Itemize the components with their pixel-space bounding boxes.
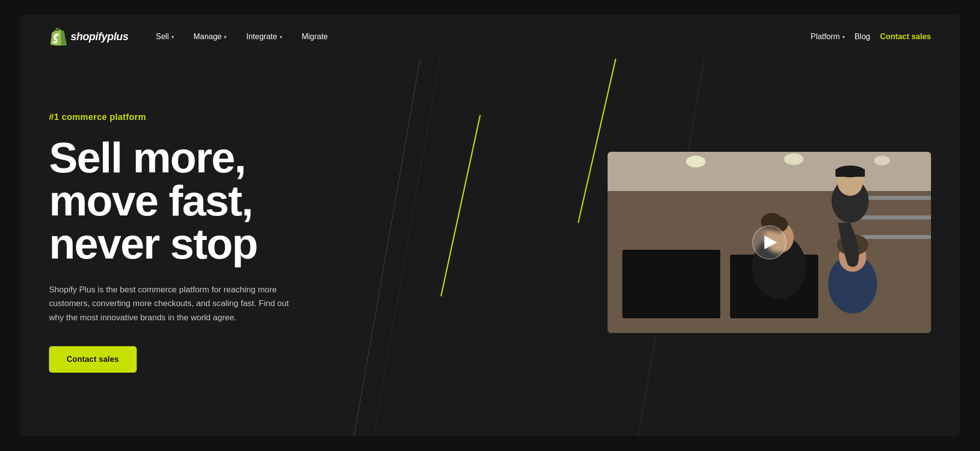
svg-point-9	[874, 156, 890, 166]
video-container[interactable]	[608, 152, 931, 333]
play-button[interactable]	[752, 225, 786, 260]
nav-platform[interactable]: Platform ▾	[810, 32, 845, 41]
navbar: shopifyplus Sell ▾ Manage ▾ Integrate ▾ …	[20, 15, 960, 59]
sell-chevron-icon: ▾	[172, 34, 174, 40]
nav-manage[interactable]: Manage ▾	[186, 28, 235, 45]
nav-sell[interactable]: Sell ▾	[148, 28, 182, 45]
hero-content: #1 commerce platform Sell more, move fas…	[49, 112, 392, 372]
manage-chevron-icon: ▾	[224, 34, 226, 40]
nav-blog[interactable]: Blog	[855, 32, 870, 41]
integrate-chevron-icon: ▾	[280, 34, 282, 40]
platform-chevron-icon: ▾	[842, 34, 845, 40]
inner-card: shopifyplus Sell ▾ Manage ▾ Integrate ▾ …	[20, 15, 960, 436]
svg-point-7	[686, 156, 706, 167]
play-icon	[764, 236, 777, 249]
nav-right-links: Platform ▾ Blog Contact sales	[810, 32, 931, 41]
nav-integrate[interactable]: Integrate ▾	[238, 28, 290, 45]
hero-section: #1 commerce platform Sell more, move fas…	[20, 59, 960, 436]
hero-video-area	[392, 152, 931, 333]
hero-title: Sell more, move fast, never stop	[49, 136, 392, 265]
svg-point-8	[784, 153, 804, 165]
shopify-logo-icon	[49, 28, 67, 46]
hero-cta-button[interactable]: Contact sales	[49, 346, 137, 373]
nav-migrate[interactable]: Migrate	[294, 28, 336, 45]
nav-left-links: Sell ▾ Manage ▾ Integrate ▾ Migrate	[148, 28, 810, 45]
hero-tag: #1 commerce platform	[49, 112, 392, 122]
svg-rect-14	[622, 250, 720, 318]
logo-link[interactable]: shopifyplus	[49, 28, 128, 46]
nav-contact-sales[interactable]: Contact sales	[880, 32, 931, 41]
logo-text: shopifyplus	[71, 30, 128, 43]
outer-wrapper: shopifyplus Sell ▾ Manage ▾ Integrate ▾ …	[0, 0, 980, 451]
hero-description: Shopify Plus is the best commerce platfo…	[49, 283, 294, 324]
svg-rect-19	[835, 169, 865, 177]
